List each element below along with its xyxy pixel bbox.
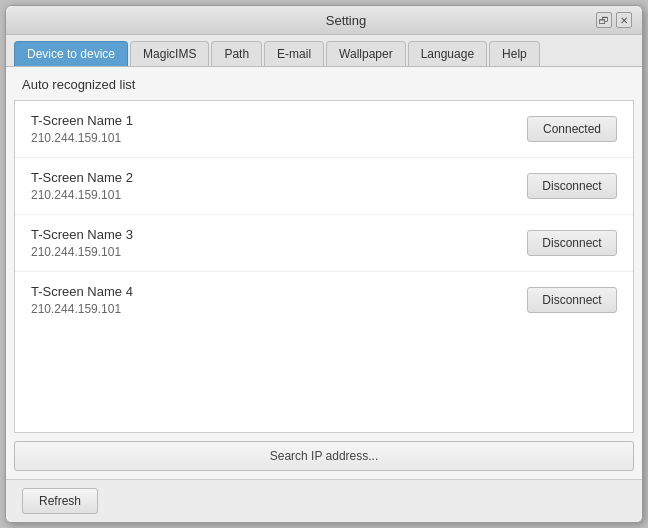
device-info-1: T-Screen Name 1 210.244.159.101	[31, 113, 527, 145]
device-ip-1: 210.244.159.101	[31, 131, 527, 145]
tab-bar: Device to device MagicIMS Path E-mail Wa…	[6, 35, 642, 67]
search-row: Search IP address...	[6, 433, 642, 479]
table-row: T-Screen Name 3 210.244.159.101 Disconne…	[15, 215, 633, 272]
tab-magicims[interactable]: MagicIMS	[130, 41, 209, 66]
device-name-3: T-Screen Name 3	[31, 227, 527, 242]
tab-path[interactable]: Path	[211, 41, 262, 66]
device-ip-3: 210.244.159.101	[31, 245, 527, 259]
window-controls: 🗗 ✕	[596, 12, 632, 28]
tab-help[interactable]: Help	[489, 41, 540, 66]
device-name-1: T-Screen Name 1	[31, 113, 527, 128]
device-ip-2: 210.244.159.101	[31, 188, 527, 202]
table-row: T-Screen Name 4 210.244.159.101 Disconne…	[15, 272, 633, 328]
table-row: T-Screen Name 2 210.244.159.101 Disconne…	[15, 158, 633, 215]
table-row: T-Screen Name 1 210.244.159.101 Connecte…	[15, 101, 633, 158]
title-bar: Setting 🗗 ✕	[6, 6, 642, 35]
device-info-3: T-Screen Name 3 210.244.159.101	[31, 227, 527, 259]
refresh-button[interactable]: Refresh	[22, 488, 98, 514]
tab-language[interactable]: Language	[408, 41, 487, 66]
settings-window: Setting 🗗 ✕ Device to device MagicIMS Pa…	[5, 5, 643, 523]
device-list: T-Screen Name 1 210.244.159.101 Connecte…	[14, 100, 634, 433]
device-info-2: T-Screen Name 2 210.244.159.101	[31, 170, 527, 202]
device-btn-1[interactable]: Connected	[527, 116, 617, 142]
tab-wallpaper[interactable]: Wallpaper	[326, 41, 406, 66]
restore-button[interactable]: 🗗	[596, 12, 612, 28]
close-button[interactable]: ✕	[616, 12, 632, 28]
section-title: Auto recognized list	[6, 67, 642, 100]
device-ip-4: 210.244.159.101	[31, 302, 527, 316]
device-btn-4[interactable]: Disconnect	[527, 287, 617, 313]
device-info-4: T-Screen Name 4 210.244.159.101	[31, 284, 527, 316]
device-btn-2[interactable]: Disconnect	[527, 173, 617, 199]
main-content: Auto recognized list T-Screen Name 1 210…	[6, 67, 642, 479]
device-name-4: T-Screen Name 4	[31, 284, 527, 299]
device-name-2: T-Screen Name 2	[31, 170, 527, 185]
tab-device-to-device[interactable]: Device to device	[14, 41, 128, 66]
device-btn-3[interactable]: Disconnect	[527, 230, 617, 256]
window-title: Setting	[96, 13, 596, 28]
tab-email[interactable]: E-mail	[264, 41, 324, 66]
footer: Refresh	[6, 479, 642, 522]
search-ip-button[interactable]: Search IP address...	[14, 441, 634, 471]
